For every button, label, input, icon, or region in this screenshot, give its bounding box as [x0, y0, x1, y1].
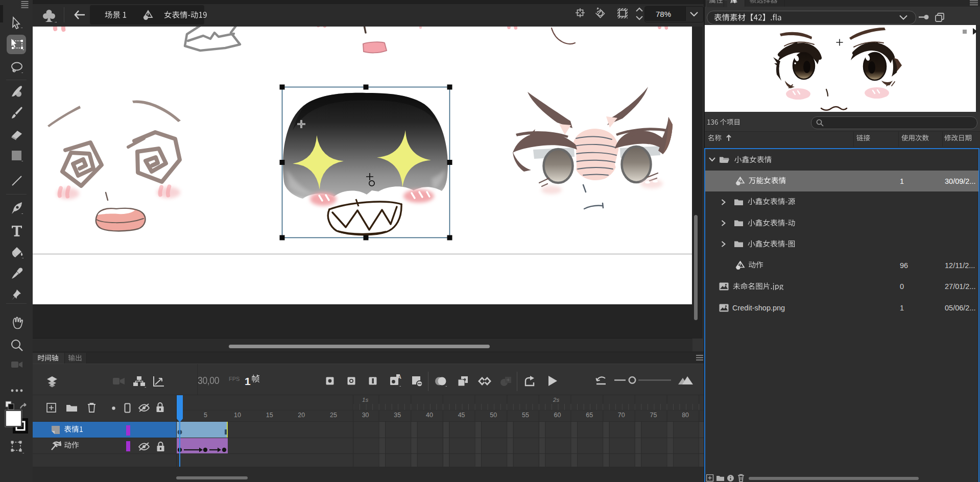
svg-text:20: 20: [298, 412, 305, 419]
svg-text:25: 25: [330, 412, 337, 419]
svg-text:60: 60: [554, 412, 561, 419]
svg-text:50: 50: [490, 412, 497, 419]
svg-text:80: 80: [682, 412, 689, 419]
svg-text:5: 5: [204, 412, 207, 419]
svg-text:55: 55: [522, 412, 529, 419]
svg-text:75: 75: [650, 412, 657, 419]
svg-text:70: 70: [618, 412, 625, 419]
svg-text:10: 10: [234, 412, 241, 419]
svg-text:45: 45: [458, 412, 465, 419]
svg-text:65: 65: [586, 412, 593, 419]
svg-text:35: 35: [394, 412, 401, 419]
svg-text:30: 30: [362, 412, 369, 419]
svg-text:40: 40: [426, 412, 433, 419]
svg-text:A: A: [397, 374, 401, 380]
svg-text:15: 15: [266, 412, 273, 419]
